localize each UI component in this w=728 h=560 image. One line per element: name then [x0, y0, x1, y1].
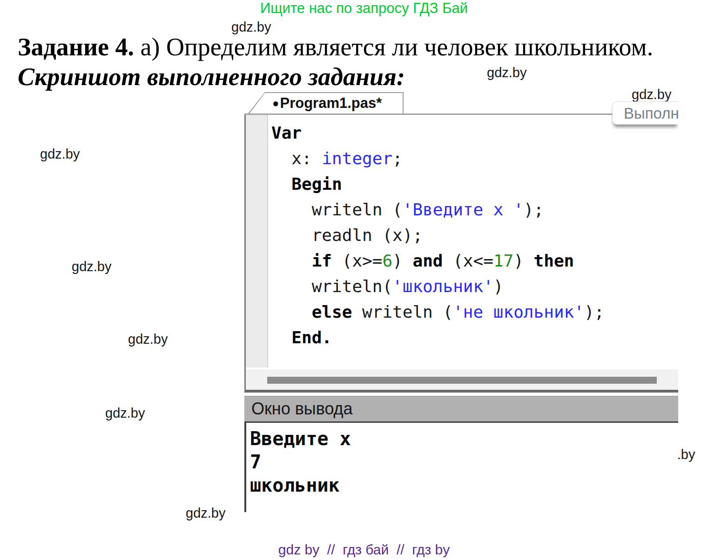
tab-label: ●Program1.pas* — [272, 92, 382, 113]
code-editor[interactable]: Var x: integer; Begin writeln ('Введите … — [244, 115, 678, 393]
output-panel: Введите x 7 школьник — [244, 421, 678, 512]
editor-gutter — [246, 115, 268, 367]
watermark: gdz.by — [72, 259, 111, 274]
pascal-ide-window: ●Program1.pas* Выполни Var x: integer; B… — [244, 92, 678, 513]
task-text: а) Определим является ли человек школьни… — [134, 33, 653, 61]
watermark: gdz.by — [105, 406, 145, 421]
watermark: gdz.by — [186, 506, 225, 521]
task-title: Задание 4. а) Определим является ли чело… — [18, 33, 653, 61]
run-button[interactable]: Выполни — [612, 101, 678, 125]
horizontal-scrollbar[interactable] — [246, 369, 678, 390]
watermark: gdz.by — [487, 65, 526, 80]
promo-banner: Ищите нас по запросу ГДЗ Бай — [0, 0, 728, 17]
task-subtitle: Скриншот выполненного задания: — [18, 62, 405, 91]
scrollbar-thumb[interactable] — [267, 377, 657, 384]
tab-filename: Program1.pas* — [280, 95, 382, 111]
footer-links: gdz by // гдз бай // гдз by — [0, 542, 728, 558]
output-text: Введите x 7 школьник — [246, 423, 678, 497]
tab-program1[interactable]: ●Program1.pas* — [248, 92, 404, 113]
unsaved-dot-icon: ● — [272, 97, 279, 109]
task-number: Задание 4. — [18, 33, 134, 61]
watermark: gdz.by — [40, 147, 80, 162]
code-editor-text[interactable]: Var x: integer; Begin writeln ('Введите … — [271, 120, 604, 350]
output-panel-header: Окно вывода — [244, 396, 678, 421]
watermark: gdz.by — [128, 332, 168, 347]
page: Ищите нас по запросу ГДЗ Бай gdz.by gdz.… — [0, 0, 728, 560]
